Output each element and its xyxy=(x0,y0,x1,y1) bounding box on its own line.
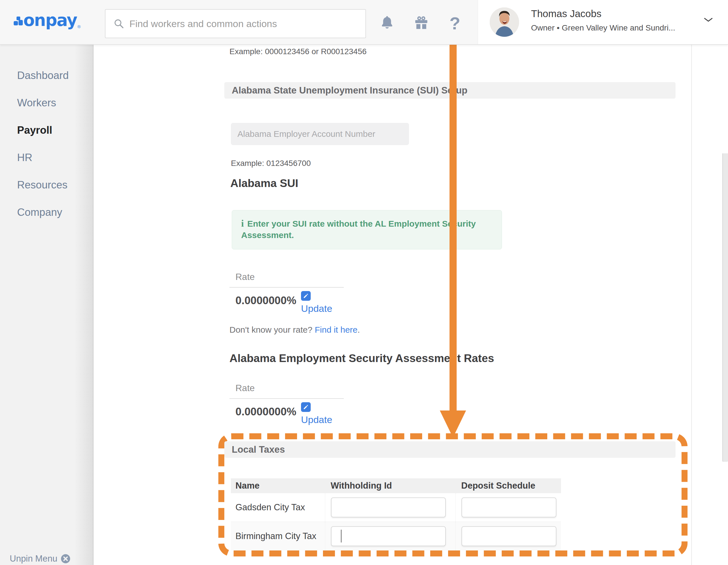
info-icon: i xyxy=(241,218,244,229)
content-right-divider xyxy=(691,45,692,565)
onpay-logo-mark-icon xyxy=(14,9,23,29)
user-menu[interactable]: Thomas Jacobs Owner • Green Valley Wine … xyxy=(478,0,728,44)
sidebar-item-company[interactable]: Company xyxy=(17,199,69,226)
local-taxes-table-header: Name Withholding Id Deposit Schedule xyxy=(231,478,561,493)
sui-setup-section-title: Alabama State Unemployment Insurance (SU… xyxy=(232,85,467,96)
sidebar-menu: Dashboard Workers Payroll HR Resources C… xyxy=(17,62,69,226)
tax-name: Birmingham City Tax xyxy=(231,531,325,541)
employer-account-number-input[interactable] xyxy=(231,123,409,145)
unpin-menu-button[interactable]: Unpin Menu xyxy=(10,554,70,564)
global-search[interactable] xyxy=(105,9,366,38)
unpin-menu-label: Unpin Menu xyxy=(10,554,57,564)
annotation-arrow-head xyxy=(440,410,466,438)
esa-update-label: Update xyxy=(301,414,332,425)
bell-icon xyxy=(380,15,394,32)
gadsden-deposit-schedule-input[interactable] xyxy=(461,497,556,517)
page-scrollbar[interactable] xyxy=(722,153,728,462)
withholding-number-example: Example: 0000123456 or R000123456 xyxy=(229,47,367,56)
search-icon xyxy=(113,18,124,29)
user-name: Thomas Jacobs xyxy=(531,8,601,19)
top-header: onpay ® xyxy=(0,0,728,45)
alabama-sui-heading: Alabama SUI xyxy=(230,177,298,190)
sidebar-item-hr[interactable]: HR xyxy=(17,144,69,171)
sidebar-item-workers[interactable]: Workers xyxy=(17,89,69,117)
esa-rate-value: 0.0000000% xyxy=(235,406,296,418)
divider xyxy=(229,398,344,399)
column-header-withholding-id: Withholding Id xyxy=(325,478,455,493)
column-header-name: Name xyxy=(231,481,325,491)
edit-pencil-icon xyxy=(301,402,311,412)
sidebar-nav: Dashboard Workers Payroll HR Resources C… xyxy=(0,44,93,565)
sui-rate-info-text: Enter your SUI rate without the AL Emplo… xyxy=(241,219,476,240)
local-taxes-table: Name Withholding Id Deposit Schedule Gad… xyxy=(231,478,561,550)
sui-rate-label: Rate xyxy=(235,272,255,282)
onpay-logo-text: onpay xyxy=(23,12,77,29)
rate-help-line: Don't know your rate? Find it here. xyxy=(229,325,360,335)
sui-rate-info-banner: iEnter your SUI rate without the AL Empl… xyxy=(232,210,502,249)
help-button[interactable]: ? xyxy=(447,14,463,32)
esa-rate-label: Rate xyxy=(235,383,255,393)
chevron-down-icon xyxy=(703,18,713,22)
birmingham-deposit-schedule-input[interactable] xyxy=(461,526,556,546)
rate-help-suffix: . xyxy=(357,325,360,334)
sui-rate-update-button[interactable]: Update xyxy=(301,291,332,314)
edit-pencil-icon xyxy=(301,291,311,301)
text-cursor xyxy=(341,530,341,542)
rate-help-prefix: Don't know your rate? xyxy=(229,325,315,334)
user-role-company: Owner • Green Valley Wine and Sundri... xyxy=(531,23,675,32)
onpay-logo[interactable]: onpay ® xyxy=(14,9,81,29)
annotation-arrow-shaft xyxy=(450,44,457,410)
onpay-app: onpay ® xyxy=(0,0,728,565)
local-taxes-section-header: Local Taxes xyxy=(224,441,676,458)
sidebar-item-dashboard[interactable]: Dashboard xyxy=(17,62,69,89)
sidebar-item-resources[interactable]: Resources xyxy=(17,171,69,199)
sidebar-item-payroll[interactable]: Payroll xyxy=(17,117,69,144)
divider xyxy=(229,287,344,288)
gift-icon xyxy=(414,15,429,32)
esa-rate-update-button[interactable]: Update xyxy=(301,402,332,425)
table-row-gadsden: Gadsden City Tax xyxy=(231,493,561,522)
find-it-here-link[interactable]: Find it here xyxy=(315,325,357,334)
tax-name: Gadsden City Tax xyxy=(231,502,325,513)
registered-trademark: ® xyxy=(78,24,81,29)
whats-new-button[interactable] xyxy=(413,14,429,32)
question-mark-icon: ? xyxy=(450,15,460,32)
sui-rate-value: 0.0000000% xyxy=(235,294,296,307)
sui-update-label: Update xyxy=(301,303,332,314)
birmingham-withholding-id-input[interactable] xyxy=(331,526,446,546)
notifications-button[interactable] xyxy=(379,14,395,32)
avatar-photo xyxy=(490,7,519,37)
unpin-close-icon xyxy=(61,554,70,564)
table-row-birmingham: Birmingham City Tax xyxy=(231,522,561,550)
search-input[interactable] xyxy=(129,18,360,30)
tax-setup-content: y Example: 0000123456 or R000123456 Alab… xyxy=(93,44,728,565)
column-header-deposit-schedule: Deposit Schedule xyxy=(455,478,561,493)
gadsden-withholding-id-input[interactable] xyxy=(331,497,446,517)
local-taxes-title: Local Taxes xyxy=(232,444,285,455)
avatar xyxy=(490,7,519,37)
account-number-example: Example: 0123456700 xyxy=(231,159,311,168)
